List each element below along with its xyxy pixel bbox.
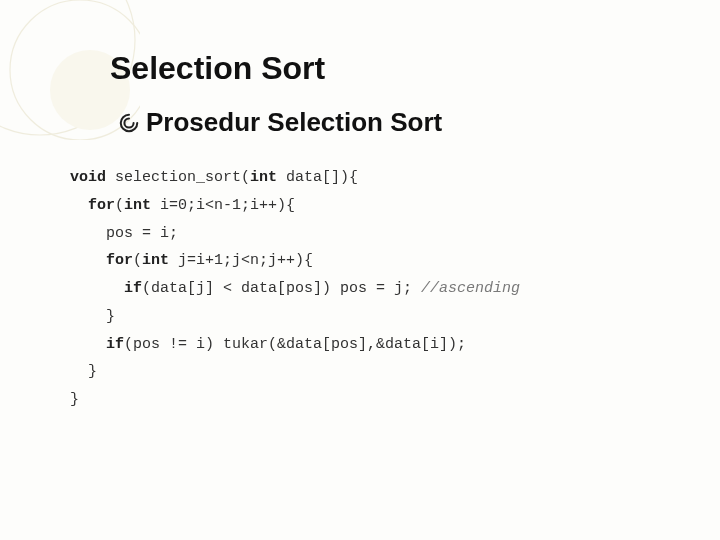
slide-subtitle: Prosedur Selection Sort [146,107,442,138]
keyword: for [88,197,115,214]
code-text: } [70,363,97,380]
keyword: if [124,280,142,297]
keyword: void [70,169,106,186]
code-text: j=i+1;j<n;j++){ [169,252,313,269]
code-text: ( [133,252,142,269]
keyword: int [250,169,277,186]
comment: //ascending [421,280,520,297]
code-text: (pos != i) tukar(&data[pos],&data[i]); [124,336,466,353]
code-text: pos = i; [70,225,178,242]
code-text: } [70,308,115,325]
swirl-bullet-icon [118,112,140,134]
code-text: (data[j] < data[pos]) pos = j; [142,280,421,297]
code-text: } [70,391,79,408]
code-text [70,252,106,269]
code-text [70,336,106,353]
code-block: void selection_sort(int data[]){ for(int… [70,164,680,414]
code-text [70,197,88,214]
keyword: int [124,197,151,214]
subtitle-row: Prosedur Selection Sort [118,107,680,138]
slide-title: Selection Sort [110,50,680,87]
code-text: selection_sort( [106,169,250,186]
code-text [70,280,124,297]
slide: Selection Sort Prosedur Selection Sort v… [0,0,720,540]
keyword: int [142,252,169,269]
code-text: data[]){ [277,169,358,186]
keyword: if [106,336,124,353]
code-text: i=0;i<n-1;i++){ [151,197,295,214]
code-text: ( [115,197,124,214]
keyword: for [106,252,133,269]
